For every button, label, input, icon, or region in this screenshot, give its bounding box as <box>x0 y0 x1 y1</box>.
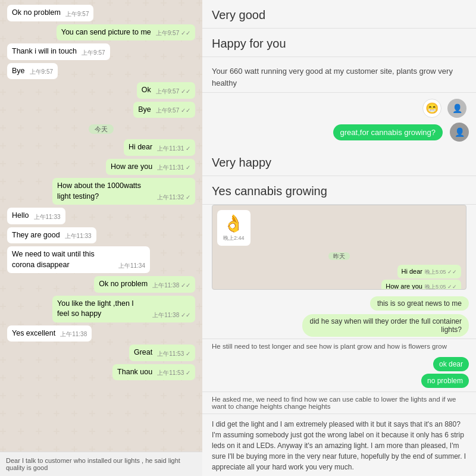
message-time: 上午11:38 ✓✓ <box>152 281 190 290</box>
message-bubble: Ok no problem上午11:38 ✓✓ <box>94 276 195 293</box>
message-bubble: How are you上午11:31 ✓ <box>106 159 195 176</box>
final-text-label: I did get the light and I am extremely p… <box>212 420 466 471</box>
person-avatar: 👤 <box>447 99 466 118</box>
very-good-label: Very good <box>212 8 466 22</box>
bubble-text: Ok no problem <box>12 8 61 18</box>
message-time: 上午11:38 ✓✓ <box>152 311 190 320</box>
message-row: Great上午11:53 ✓ <box>7 345 195 361</box>
bubble-text: Ok <box>142 85 151 96</box>
emb-bubble: Hi dear晚上5:05 ✓✓ <box>397 265 462 278</box>
message-bubble: Ok上午9:57 ✓✓ <box>137 82 195 99</box>
message-row: Thank uou上午11:53 ✓ <box>7 364 195 381</box>
message-bubble: How about the 1000watts light testing?上午… <box>52 178 195 205</box>
message-bubble: You can send picture to me上午9:57 ✓✓ <box>57 24 195 41</box>
section-happy: Happy for you <box>202 29 476 57</box>
bubble-text: Hi dear <box>129 142 152 153</box>
chat-message-list: Ok no problem上午9:57You can send picture … <box>0 0 202 452</box>
emb-time: 晚上5:05 ✓✓ <box>425 269 457 275</box>
message-row: Hello上午11:33 <box>7 208 195 224</box>
embedded-chat: 👌 晚上2:44 昨天 Hi dear晚上5:05 ✓✓How are you晚… <box>212 205 466 290</box>
message-time: 上午9:57 ✓✓ <box>156 107 190 115</box>
message-row: We need to wait until this corona disapp… <box>7 246 195 273</box>
bubble-text: You can send picture to me <box>61 27 151 38</box>
small-green-bubble: no problem <box>421 374 469 388</box>
divider-label: 今天 <box>89 124 114 134</box>
footer1-text: He still need to test longer and see how… <box>202 339 476 353</box>
very-happy-label: Very happy <box>212 156 466 170</box>
message-time: 上午11:31 ✓ <box>157 145 190 153</box>
message-bubble: They are good上午11:33 <box>7 227 96 244</box>
right-panel: Very good Happy for you Your 660 watt ru… <box>202 0 476 476</box>
bubble-text: How about the 1000watts light testing? <box>57 181 152 202</box>
message-bubble: Hello上午11:33 <box>7 208 65 224</box>
message-bubble: Thank uou上午11:53 ✓ <box>112 364 195 381</box>
section-660watt: Your 660 watt running very good at my cu… <box>202 57 476 93</box>
emoji-avatar: 😁 <box>422 99 441 118</box>
message-row: They are good上午11:33 <box>7 227 195 244</box>
message-bubble: Thank i will in touch上午9:57 <box>7 43 110 60</box>
message-row: Thank i will in touch上午9:57 <box>7 43 195 60</box>
message-time: 上午11:33 <box>34 213 61 221</box>
embedded-chat-inner: 👌 晚上2:44 昨天 Hi dear晚上5:05 ✓✓How are you晚… <box>212 205 466 290</box>
emb-bubble-text: Hi dear <box>402 268 422 275</box>
bottom-green-bubble: this is so great news to me <box>370 296 469 311</box>
bubble-text: Thank i will in touch <box>12 46 77 57</box>
person-icon: 👤 <box>452 104 462 113</box>
section-very-happy: Very happy <box>202 148 476 176</box>
message-bubble: Great上午11:53 ✓ <box>129 345 195 361</box>
ok-emoji: 👌 <box>223 214 244 233</box>
message-bubble: Bye上午9:57 ✓✓ <box>133 102 195 118</box>
grin-emoji: 😁 <box>425 102 439 115</box>
bubble-text: Yes excellent <box>12 328 55 339</box>
message-row: Bye上午9:57 <box>7 63 195 80</box>
section-very-good: Very good <box>202 0 476 29</box>
left-footer-text: Dear I talk to customer who installed ou… <box>0 452 202 476</box>
emb-emoji-row: 👌 晚上2:44 <box>217 210 461 246</box>
message-row: Yes excellent上午11:38 <box>7 325 195 342</box>
emb-date-divider: 昨天 <box>217 251 461 261</box>
small-green-bubble: ok dear <box>433 357 469 371</box>
person-avatar2: 👤 <box>450 123 469 142</box>
bubble-text: We need to wait until this corona disapp… <box>12 249 114 270</box>
section-yes-cannabis: Yes cannabis growing <box>202 176 476 205</box>
message-time: 上午9:57 ✓✓ <box>156 29 190 37</box>
message-row: Ok no problem上午11:38 ✓✓ <box>7 276 195 293</box>
message-time: 上午11:53 ✓ <box>157 369 190 377</box>
message-time: 上午11:34 <box>118 262 145 270</box>
message-row: Ok上午9:57 ✓✓ <box>7 82 195 99</box>
cannabis-bubble: great,for cannabis growing? <box>333 124 443 140</box>
message-row: How about the 1000watts light testing?上午… <box>7 178 195 205</box>
bubble-text: How are you <box>111 162 152 173</box>
bubble-text: Bye <box>138 105 151 115</box>
message-time: 上午11:53 ✓ <box>157 350 190 358</box>
message-row: Ok no problem上午9:57 <box>7 5 195 21</box>
message-bubble: Bye上午9:57 <box>7 63 58 80</box>
bubble-text: You like the light ,then I feel so happy <box>57 299 148 320</box>
message-time: 上午9:57 <box>82 49 105 57</box>
emb-divider-label: 昨天 <box>328 252 350 260</box>
footer2-label: He asked me, we need to find how we can … <box>212 396 456 410</box>
bottom-green-row: this is so great news to me <box>202 295 476 312</box>
left-footer-label: Dear I talk to customer who installed ou… <box>6 457 180 471</box>
message-bubble: Yes excellent上午11:38 <box>7 325 92 342</box>
message-row: How are you上午11:31 ✓ <box>7 159 195 176</box>
emb-emoji-bubble: 👌 晚上2:44 <box>217 210 250 246</box>
message-time: 上午9:57 ✓✓ <box>156 87 190 96</box>
person-icon2: 👤 <box>455 127 465 137</box>
message-time: 上午9:57 <box>30 68 53 76</box>
message-row: Bye上午9:57 ✓✓ <box>7 102 195 118</box>
message-time: 上午11:32 ✓ <box>157 193 190 202</box>
bubble-text: Thank uou <box>117 367 152 378</box>
message-row: You can send picture to me上午9:57 ✓✓ <box>7 24 195 41</box>
message-bubble: You like the light ,then I feel so happy… <box>52 296 195 322</box>
message-time: 上午11:33 <box>65 232 92 240</box>
message-time: 上午11:31 ✓ <box>157 164 190 172</box>
bottom-green-row: did he say when will they order the full… <box>202 312 476 339</box>
emb-message-row: How are you晚上5:05 ✓✓ <box>217 280 461 290</box>
message-row: You like the light ,then I feel so happy… <box>7 296 195 322</box>
message-bubble: Ok no problem上午9:57 <box>7 5 93 21</box>
emb-emoji-time: 晚上2:44 <box>223 234 245 242</box>
date-divider: 今天 <box>7 124 195 134</box>
emb-time: 晚上5:05 ✓✓ <box>425 284 457 290</box>
bubble-text: Great <box>134 347 152 358</box>
